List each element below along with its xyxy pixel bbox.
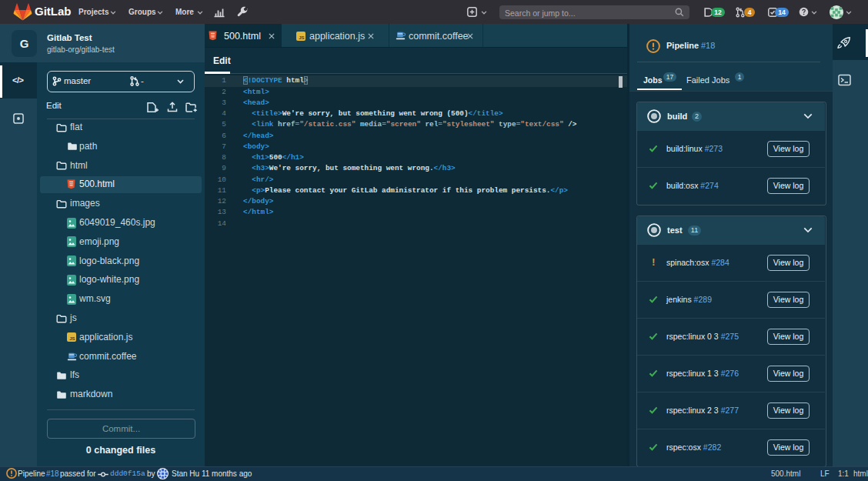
svg-text:JS: JS [299,35,304,40]
svg-text:JS: JS [69,336,75,341]
